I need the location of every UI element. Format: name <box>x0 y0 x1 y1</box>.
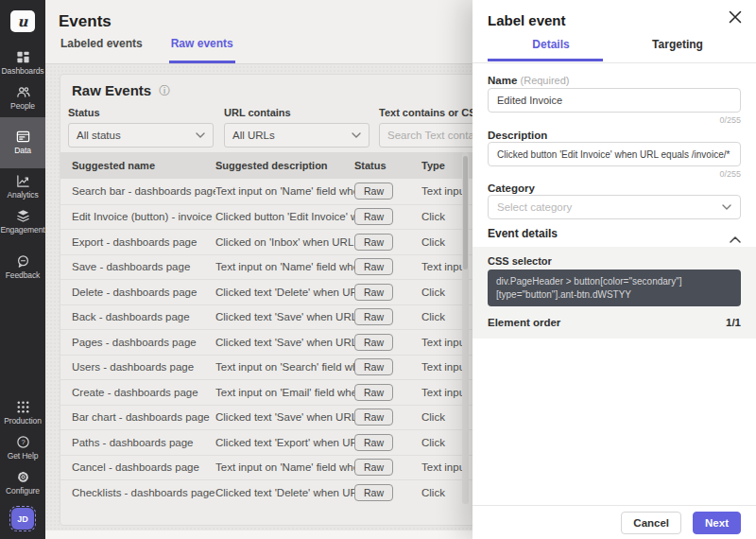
name-field-label: Name (Required) <box>488 75 570 86</box>
table-cell-description: Clicked text 'Save' when URL eq… <box>215 337 354 348</box>
table-cell-name: Delete - dashboards page <box>72 287 215 298</box>
table-cell-status: Raw <box>354 459 421 476</box>
sidebar-nav: Dashboards People Data <box>0 47 45 287</box>
table-cell-description: Text input on 'Name' field when… <box>215 261 354 272</box>
table-scrollbar[interactable] <box>462 152 469 504</box>
people-icon <box>16 85 30 99</box>
table-cell-description: Text input on 'Name' field when… <box>215 185 354 197</box>
sidebar-item-feedback[interactable]: Feedback <box>0 252 45 284</box>
sidebar-item-engagement[interactable]: Engagement <box>0 206 45 238</box>
chevron-up-icon[interactable] <box>730 230 741 247</box>
status-badge: Raw <box>354 384 393 401</box>
card-title: Raw Events <box>72 82 151 98</box>
category-select[interactable]: Select category <box>488 195 741 219</box>
sidebar-item-label: Get Help <box>8 451 39 461</box>
chevron-down-icon <box>722 204 731 210</box>
table-cell-name: Pages - dashboards page <box>72 337 215 348</box>
page-tabs: Labeled events Raw events <box>59 37 235 63</box>
sidebar-item-dashboards[interactable]: Dashboards <box>0 47 45 79</box>
active-tab-underline <box>488 59 603 61</box>
sidebar-item-analytics[interactable]: Analytics <box>0 171 45 203</box>
table-cell-status: Raw <box>354 358 421 375</box>
element-order-value: 1/1 <box>726 317 741 328</box>
table-cell-status: Raw <box>354 334 421 351</box>
dashboards-icon <box>16 50 30 64</box>
next-button[interactable]: Next <box>693 512 741 534</box>
gear-icon <box>16 470 30 484</box>
table-cell-status: Raw <box>354 183 421 200</box>
cancel-button[interactable]: Cancel <box>621 512 681 534</box>
table-cell-name: Bar chart - dashboards page <box>72 411 215 423</box>
chevron-down-icon <box>352 132 361 138</box>
sidebar-item-production[interactable]: Production <box>0 397 45 429</box>
table-cell-status: Raw <box>354 208 421 225</box>
status-badge: Raw <box>354 334 393 351</box>
status-filter-value: All status <box>77 130 196 141</box>
tab-details[interactable]: Details <box>488 38 614 60</box>
table-cell-name: Search bar - dashboards page <box>72 185 215 197</box>
sidebar-item-label: Data <box>14 146 31 155</box>
brand-logo[interactable]: u <box>10 10 35 32</box>
sidebar-item-label: Engagement <box>0 225 44 235</box>
url-filter-select[interactable]: All URLs <box>224 123 369 148</box>
sidebar: u Dashboards Pe <box>0 0 45 539</box>
table-cell-status: Raw <box>354 434 421 451</box>
category-placeholder: Select category <box>497 201 722 213</box>
sidebar-item-label: Dashboards <box>2 66 44 76</box>
column-header-suggested-name[interactable]: Suggested name <box>72 160 215 171</box>
table-cell-description: Clicked text 'Save' when URL eq… <box>215 411 354 423</box>
sidebar-item-label: Analytics <box>7 190 38 200</box>
feedback-icon <box>16 254 30 269</box>
table-cell-status: Raw <box>354 258 421 275</box>
sidebar-item-people[interactable]: People <box>0 82 45 114</box>
sidebar-item-label: People <box>10 101 35 111</box>
chevron-down-icon <box>196 132 205 138</box>
sidebar-item-data[interactable]: Data <box>0 117 45 168</box>
category-field-label: Category <box>488 183 535 194</box>
table-cell-description: Text input on 'Search' field whe… <box>215 361 354 373</box>
url-filter-label: URL contains <box>224 107 369 118</box>
description-char-counter: 0/255 <box>719 169 741 179</box>
table-cell-description: Text input on 'Name' field when… <box>215 461 354 473</box>
sidebar-item-label: Feedback <box>6 270 41 280</box>
sidebar-item-label: Production <box>4 416 42 426</box>
column-header-status[interactable]: Status <box>354 160 421 171</box>
table-cell-name: Back - dashboards page <box>72 311 215 322</box>
analytics-icon <box>16 174 30 188</box>
user-avatar[interactable]: JD <box>11 508 34 530</box>
table-cell-name: Save - dashboards page <box>72 261 215 272</box>
tab-labeled-events[interactable]: Labeled events <box>59 37 145 63</box>
description-field[interactable] <box>488 142 741 166</box>
brand-letter: u <box>18 13 28 30</box>
help-icon: ? <box>16 435 30 449</box>
production-grid-icon <box>16 400 30 414</box>
status-badge: Raw <box>354 459 393 476</box>
table-cell-description: Clicked text 'Delete' when URL e… <box>215 287 354 298</box>
element-order-label: Element order <box>488 317 560 328</box>
table-cell-status: Raw <box>354 234 421 251</box>
close-icon[interactable] <box>727 9 744 26</box>
status-badge: Raw <box>354 434 393 451</box>
status-filter-label: Status <box>68 107 214 118</box>
info-icon[interactable]: ⓘ <box>159 85 170 96</box>
drawer-title: Label event <box>488 12 566 28</box>
tab-raw-events[interactable]: Raw events <box>169 37 235 63</box>
sidebar-bottom-nav: Production ? Get Help Configure JD <box>0 397 45 539</box>
sidebar-item-configure[interactable]: Configure <box>0 467 45 499</box>
status-badge: Raw <box>354 183 393 200</box>
sidebar-item-get-help[interactable]: ? Get Help <box>0 432 45 464</box>
table-cell-status: Raw <box>354 484 421 501</box>
status-badge: Raw <box>354 208 393 225</box>
css-selector-label: CSS selector <box>488 255 552 267</box>
table-cell-name: Cancel - dashboards page <box>72 461 215 473</box>
table-cell-name: Export - dashboards page <box>72 236 215 248</box>
tab-targeting[interactable]: Targeting <box>614 38 741 60</box>
status-filter-select[interactable]: All status <box>68 123 214 148</box>
css-selector-value: div.PageHeader > button[color="secondary… <box>488 270 741 306</box>
table-cell-status: Raw <box>354 308 421 325</box>
column-header-suggested-description[interactable]: Suggested description <box>215 160 354 171</box>
name-field[interactable] <box>488 88 741 113</box>
status-badge: Raw <box>354 284 393 301</box>
status-badge: Raw <box>354 358 393 375</box>
table-cell-status: Raw <box>354 284 421 301</box>
